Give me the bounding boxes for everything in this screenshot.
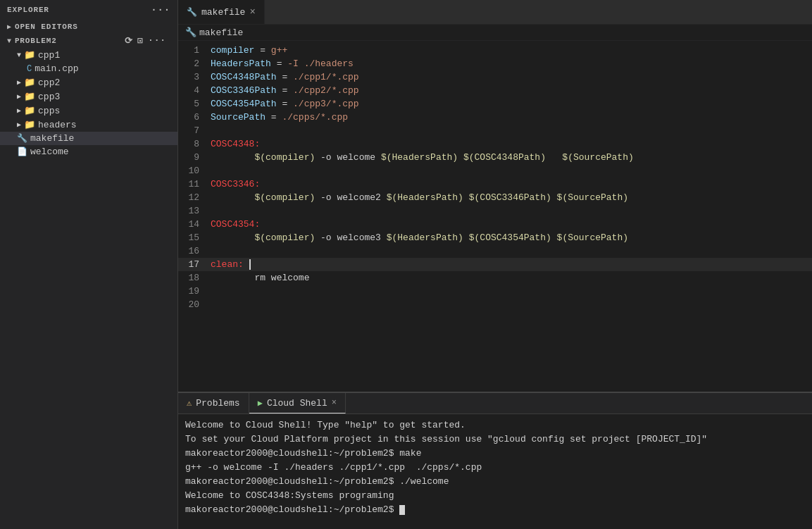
more-options-icon[interactable]: ···: [148, 35, 166, 46]
code-line-6: 6 SourcePath = ./cpps/*.cpp: [178, 111, 812, 124]
terminal-line-5: makoreactor2000@cloudshell:~/problem2$ .…: [185, 475, 805, 489]
code-line-4: 4 COSC3346Path = ./cpp2/*.cpp: [178, 84, 812, 97]
code-line-19: 19: [178, 285, 812, 298]
terminal-line-2: To set your Cloud Platform project in th…: [185, 432, 805, 447]
file-cpp-icon: C: [27, 64, 32, 74]
section-problem2[interactable]: ▼ PROBLEM2 ⟳ ⊡ ···: [0, 32, 177, 48]
cloud-shell-tab-label: Cloud Shell: [267, 398, 327, 409]
chevron-down-icon: ▼: [7, 37, 12, 45]
sidebar-item-cpps[interactable]: ▶ 📁 cpps: [0, 104, 177, 118]
tab-cloud-shell[interactable]: ▶ Cloud Shell ×: [249, 393, 346, 413]
bottom-panel: ⚠ Problems ▶ Cloud Shell × Welcome to Cl…: [178, 392, 812, 529]
terminal[interactable]: Welcome to Cloud Shell! Type "help" to g…: [178, 414, 812, 529]
terminal-icon: ▶: [258, 398, 263, 409]
sidebar-item-welcome[interactable]: 📄 welcome: [0, 145, 177, 158]
chevron-right-icon: ▶: [7, 23, 12, 31]
tab-makefile[interactable]: 🔧 makefile ×: [178, 0, 265, 24]
terminal-cursor: [399, 505, 405, 515]
sidebar-item-main-cpp[interactable]: C main.cpp: [0, 62, 177, 75]
tab-bar: 🔧 makefile ×: [178, 0, 812, 25]
file-text-icon: 📄: [17, 147, 27, 157]
sidebar-item-cpp1[interactable]: ▼ 📁 cpp1: [0, 48, 177, 62]
more-icon[interactable]: ···: [151, 4, 170, 15]
code-line-8: 8 COSC4348:: [178, 137, 812, 151]
code-line-3: 3 COSC4348Path = ./cpp1/*.cpp: [178, 70, 812, 84]
section-open-editors[interactable]: ▶ OPEN EDITORS: [0, 20, 177, 32]
sidebar-item-headers[interactable]: ▶ 📁 headers: [0, 118, 177, 132]
code-line-11: 11 COSC3346:: [178, 178, 812, 191]
code-editor[interactable]: 1 compiler = g++ 2 HeadersPath = -I ./he…: [178, 41, 812, 392]
makefile-tab-icon: 🔧: [187, 7, 197, 18]
code-line-9: 9 $(compiler) -o welcome $(HeadersPath) …: [178, 151, 812, 164]
code-line-5: 5 COSC4354Path = ./cpp3/*.cpp: [178, 97, 812, 111]
close-tab-icon[interactable]: ×: [249, 6, 255, 18]
code-line-14: 14 COSC4354:: [178, 218, 812, 231]
refresh-icon[interactable]: ⟳: [125, 35, 133, 46]
code-line-13: 13: [178, 204, 812, 218]
terminal-line-7: makoreactor2000@cloudshell:~/problem2$: [185, 503, 805, 517]
terminal-line-3: makoreactor2000@cloudshell:~/problem2$ m…: [185, 447, 805, 461]
panel-tabs: ⚠ Problems ▶ Cloud Shell ×: [178, 393, 812, 414]
folder-icon: 📁: [24, 105, 35, 116]
folder-icon: 📁: [24, 91, 35, 102]
tab-label: makefile: [201, 7, 245, 18]
code-line-20: 20: [178, 298, 812, 311]
folder-icon: 📁: [24, 119, 35, 130]
breadcrumb-file-icon: 🔧: [185, 27, 196, 38]
sidebar-item-cpp3[interactable]: ▶ 📁 cpp3: [0, 89, 177, 104]
chevron-right-icon: ▶: [17, 120, 21, 129]
sidebar-item-makefile[interactable]: 🔧 makefile: [0, 132, 177, 145]
add-file-icon[interactable]: ⊡: [137, 35, 144, 46]
tab-problems[interactable]: ⚠ Problems: [178, 393, 249, 413]
folder-icon: 📁: [24, 77, 35, 88]
code-line-1: 1 compiler = g++: [178, 44, 812, 57]
code-line-7: 7: [178, 124, 812, 137]
main-area: 🔧 makefile × 🔧 makefile 1 compiler = g++…: [178, 0, 812, 529]
folder-icon: 📁: [24, 49, 35, 61]
warning-icon: ⚠: [187, 398, 192, 409]
code-line-2: 2 HeadersPath = -I ./headers: [178, 57, 812, 70]
chevron-right-icon: ▶: [17, 106, 21, 115]
terminal-line-4: g++ -o welcome -I ./headers ./cpp1/*.cpp…: [185, 461, 805, 475]
terminal-line-6: Welcome to COSC4348:Systems programing: [185, 489, 805, 503]
close-cloud-shell-icon[interactable]: ×: [332, 398, 337, 408]
explorer-label: EXPLORER: [7, 6, 49, 14]
code-line-12: 12 $(compiler) -o welcome2 $(HeadersPath…: [178, 191, 812, 204]
sidebar: EXPLORER ··· ▶ OPEN EDITORS ▼ PROBLEM2 ⟳…: [0, 0, 178, 529]
code-line-10: 10: [178, 164, 812, 178]
problems-tab-label: Problems: [196, 398, 239, 409]
code-line-18: 18 rm welcome: [178, 271, 812, 285]
chevron-right-icon: ▶: [17, 92, 21, 101]
sidebar-item-cpp2[interactable]: ▶ 📁 cpp2: [0, 75, 177, 89]
sidebar-header-icons: ···: [151, 4, 170, 15]
chevron-right-icon: ▶: [17, 78, 21, 87]
code-line-15: 15 $(compiler) -o welcome3 $(HeadersPath…: [178, 231, 812, 244]
breadcrumb: 🔧 makefile: [178, 25, 812, 41]
terminal-line-1: Welcome to Cloud Shell! Type "help" to g…: [185, 418, 805, 432]
code-line-17: 17 clean:: [178, 258, 812, 271]
breadcrumb-label: makefile: [199, 27, 243, 38]
chevron-down-icon: ▼: [17, 51, 21, 59]
file-makefile-icon: 🔧: [17, 133, 27, 144]
code-line-16: 16: [178, 244, 812, 258]
sidebar-title: EXPLORER ···: [0, 0, 177, 20]
